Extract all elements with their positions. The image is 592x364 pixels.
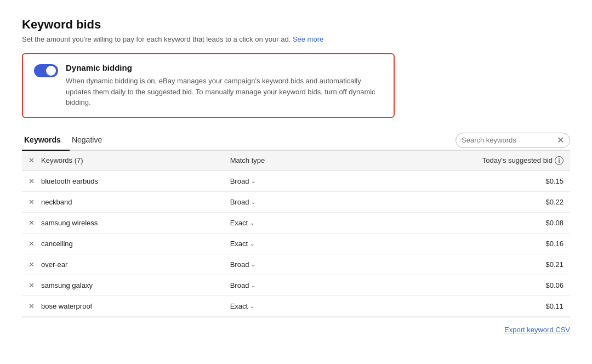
match-type-value: Broad	[230, 281, 249, 289]
keyword-text: neckband	[41, 198, 72, 206]
dynamic-bidding-toggle-wrapper[interactable]	[34, 64, 58, 79]
match-type-cell: Broad ⌄	[224, 191, 340, 212]
dynamic-bidding-title: Dynamic bidding	[66, 63, 383, 72]
keyword-text: over-ear	[41, 260, 67, 269]
match-type-dropdown-icon[interactable]: ⌄	[251, 282, 255, 288]
tab-negative[interactable]: Negative	[70, 131, 111, 151]
match-type-dropdown-icon[interactable]: ⌄	[250, 303, 254, 309]
match-type-dropdown-icon[interactable]: ⌄	[250, 241, 254, 247]
match-type-cell: Exact ⌄	[224, 295, 340, 316]
match-type-dropdown-icon[interactable]: ⌄	[251, 199, 255, 205]
table-row: ✕ bose waterproof Exact ⌄ $0.11	[22, 295, 570, 316]
dynamic-bidding-description: When dynamic bidding is on, eBay manages…	[66, 76, 383, 108]
match-type-dropdown-icon[interactable]: ⌄	[251, 261, 255, 268]
bid-value: $0.21	[340, 254, 570, 275]
keyword-cell: ✕ cancelling	[22, 233, 224, 254]
keyword-text: samsung wireless	[41, 219, 98, 227]
search-clear-icon[interactable]: ✕	[557, 136, 564, 145]
table-row: ✕ samsung galaxy Broad ⌄ $0.06	[22, 275, 570, 295]
tabs-search-row: Keywords Negative ✕	[22, 131, 570, 151]
keyword-cell: ✕ over-ear	[22, 254, 224, 275]
keyword-cell: ✕ bose waterproof	[22, 295, 224, 316]
col-keyword: ✕ Keywords (7)	[22, 151, 224, 171]
bid-value: $0.11	[340, 295, 570, 316]
match-type-value: Broad	[230, 260, 249, 269]
page-subtitle: Set the amount you're willing to pay for…	[22, 35, 570, 43]
match-type-value: Exact	[230, 302, 248, 310]
table-row: ✕ neckband Broad ⌄ $0.22	[22, 191, 570, 212]
match-type-cell: Exact ⌄	[224, 233, 340, 254]
match-type-value: Broad	[230, 198, 249, 206]
export-keyword-csv-link[interactable]: Export keyword CSV	[504, 326, 570, 334]
tab-keywords[interactable]: Keywords	[22, 131, 70, 151]
match-type-cell: Broad ⌄	[224, 275, 340, 295]
keywords-table: ✕ Keywords (7) Match type Today's sugges…	[22, 151, 570, 317]
match-type-cell: Broad ⌄	[224, 170, 340, 191]
row-remove-icon[interactable]: ✕	[29, 260, 35, 269]
table-header-row: ✕ Keywords (7) Match type Today's sugges…	[22, 151, 570, 171]
keyword-cell: ✕ samsung wireless	[22, 212, 224, 233]
keyword-text: bose waterproof	[41, 302, 92, 310]
keyword-text: cancelling	[41, 240, 73, 248]
row-remove-icon[interactable]: ✕	[29, 281, 35, 289]
bid-value: $0.08	[340, 212, 570, 233]
col-suggested-bid: Today's suggested bid i	[340, 151, 570, 171]
keyword-cell: ✕ samsung galaxy	[22, 275, 224, 295]
row-remove-icon[interactable]: ✕	[29, 302, 35, 310]
search-input[interactable]	[462, 136, 554, 144]
tabs-container: Keywords Negative	[22, 131, 111, 150]
table-row: ✕ samsung wireless Exact ⌄ $0.08	[22, 212, 570, 233]
row-remove-icon[interactable]: ✕	[29, 240, 35, 248]
export-row: Export keyword CSV	[22, 317, 570, 336]
match-type-value: Exact	[230, 240, 248, 248]
see-more-link[interactable]: See more	[293, 35, 323, 43]
keyword-cell: ✕ bluetooth earbuds	[22, 170, 224, 191]
suggested-bid-info-icon[interactable]: i	[555, 156, 563, 165]
keyword-text: bluetooth earbuds	[41, 177, 98, 185]
match-type-value: Broad	[230, 177, 249, 185]
search-box[interactable]: ✕	[456, 133, 570, 148]
table-row: ✕ bluetooth earbuds Broad ⌄ $0.15	[22, 170, 570, 191]
match-type-cell: Broad ⌄	[224, 254, 340, 275]
row-remove-icon[interactable]: ✕	[29, 198, 35, 206]
bid-value: $0.15	[340, 170, 570, 191]
match-type-value: Exact	[230, 219, 248, 227]
match-type-dropdown-icon[interactable]: ⌄	[251, 178, 255, 184]
table-row: ✕ over-ear Broad ⌄ $0.21	[22, 254, 570, 275]
dynamic-bidding-toggle[interactable]	[34, 64, 58, 77]
col-match-type: Match type	[224, 151, 340, 171]
keyword-cell: ✕ neckband	[22, 191, 224, 212]
keywords-tbody: ✕ bluetooth earbuds Broad ⌄ $0.15 ✕ neck…	[22, 170, 570, 316]
keyword-text: samsung galaxy	[41, 281, 93, 289]
bid-value: $0.22	[340, 191, 570, 212]
row-remove-icon[interactable]: ✕	[29, 219, 35, 227]
match-type-dropdown-icon[interactable]: ⌄	[250, 220, 254, 226]
header-x-icon[interactable]: ✕	[29, 156, 35, 164]
page-title: Keyword bids	[22, 18, 570, 32]
match-type-cell: Exact ⌄	[224, 212, 340, 233]
bid-value: $0.06	[340, 275, 570, 295]
bid-value: $0.16	[340, 233, 570, 254]
dynamic-bidding-box: Dynamic bidding When dynamic bidding is …	[22, 53, 395, 118]
row-remove-icon[interactable]: ✕	[29, 177, 35, 185]
table-row: ✕ cancelling Exact ⌄ $0.16	[22, 233, 570, 254]
